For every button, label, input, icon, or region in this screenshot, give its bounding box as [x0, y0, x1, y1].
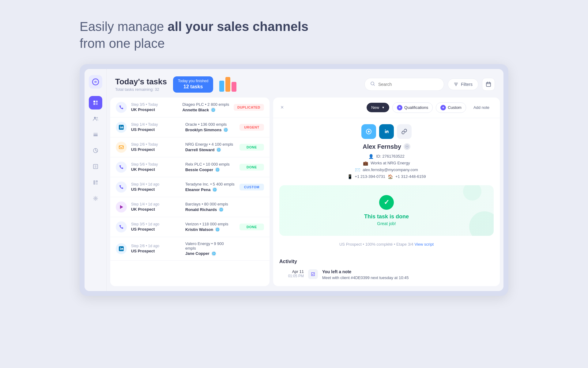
tasks-panel: Step 3/5 • Today UK Prospect Diageo PLC … [110, 98, 270, 286]
qualifications-button[interactable]: + Qualifications [392, 102, 433, 113]
app-inner: Today's tasks Total tasks remaining: 32 … [85, 69, 503, 291]
activity-date: Apr 11 01:05 PM [279, 269, 304, 278]
sidebar-item-users[interactable] [89, 112, 102, 125]
custom-button[interactable]: + Custom [436, 102, 466, 113]
color-bars [219, 77, 236, 92]
contact-name: Alex Fernsby [279, 143, 494, 150]
header-right: Filters [364, 78, 495, 91]
svg-rect-15 [96, 180, 98, 182]
task-row[interactable]: Step 1/4 • 1d ago UK Prospect Barclays •… [110, 197, 270, 217]
task-info: Step 1/4 • 1d ago UK Prospect [131, 202, 181, 212]
svg-marker-29 [120, 205, 123, 209]
sidebar-item-contacts[interactable] [89, 160, 102, 173]
done-status-row: US Prospect • 100% complété • Etape 3/4 … [279, 242, 494, 247]
detail-panel: × New ▼ + Qualifications [273, 98, 500, 286]
calendar-button[interactable] [482, 78, 495, 91]
view-script-link[interactable]: View script [414, 242, 434, 247]
task-badge: DUPLICATED [234, 104, 264, 111]
task-row[interactable]: Step 2/6 • Today US Prospect NRG Energy … [110, 137, 270, 157]
task-company: Verizon • 118 000 empls Kristin Watson 🌐 [185, 222, 235, 232]
svg-point-6 [96, 117, 98, 119]
sidebar-item-charts[interactable] [89, 144, 102, 157]
filters-button[interactable]: Filters [448, 79, 478, 90]
svg-rect-28 [119, 146, 123, 149]
svg-rect-14 [93, 180, 95, 185]
task-row[interactable]: Step 1/4 • Today US Prospect Oracle • 13… [110, 117, 270, 137]
sidebar-item-tasks[interactable] [89, 96, 102, 109]
task-info: Step 2/6 • 1d ago US Prospect [131, 244, 181, 253]
svg-rect-9 [93, 133, 98, 134]
sidebar-item-settings[interactable] [89, 192, 102, 205]
new-button[interactable]: New ▼ [367, 103, 389, 112]
phone-icon: 📱 [347, 174, 352, 179]
task-company: Oracle • 136 000 empls Brooklyn Simmons … [185, 122, 235, 132]
briefcase-icon: 💼 [363, 161, 368, 166]
task-icon-linkedin [116, 243, 127, 254]
home-icon: 🏠 [388, 174, 393, 179]
sidebar [85, 69, 107, 291]
task-icon-phone [116, 221, 127, 232]
main-area: Today's tasks Total tasks remaining: 32 … [107, 69, 503, 291]
search-box[interactable] [364, 78, 444, 91]
tasks-finished-badge: Today you finished 12 tasks [173, 76, 213, 92]
done-check-icon: ✓ [379, 195, 394, 210]
task-icon-phone [116, 102, 127, 113]
search-icon [370, 81, 375, 87]
header-left: Today's tasks Total tasks remaining: 32 … [115, 76, 236, 92]
sidebar-item-stack[interactable] [89, 128, 102, 141]
task-badge: DONE [239, 224, 264, 230]
task-icon-linkedin [116, 122, 127, 133]
color-bar-1 [219, 81, 224, 92]
contact-icon-chat[interactable] [361, 124, 376, 139]
detail-actions: New ▼ + Qualifications + Custom [367, 102, 494, 113]
task-info: Step 2/6 • Today US Prospect [131, 142, 181, 152]
task-info: Step 3/5 • 1d ago US Prospect [131, 222, 181, 232]
color-bar-3 [232, 82, 236, 92]
svg-point-5 [94, 117, 96, 119]
svg-rect-23 [486, 82, 491, 86]
sidebar-item-grid[interactable] [89, 176, 102, 189]
task-info: Step 1/4 • Today US Prospect [131, 122, 181, 132]
task-company: Diageo PLC • 2 800 empls Annette Black 🌐 [182, 102, 229, 112]
task-row[interactable]: Step 3/5 • Today UK Prospect Diageo PLC … [110, 98, 270, 117]
done-subtitle: Great job! [287, 221, 486, 226]
email-icon: ✉️ [355, 167, 360, 172]
svg-rect-3 [93, 103, 95, 105]
filters-icon [454, 82, 458, 87]
svg-rect-1 [93, 101, 95, 102]
svg-point-32 [368, 131, 370, 132]
activity-note-body: Meet with client #4DE0399 next tuesday a… [322, 275, 494, 280]
page-subtitle: Total tasks remaining: 32 [115, 87, 167, 92]
task-badge [239, 205, 264, 209]
task-row[interactable]: Step 2/6 • 1d ago US Prospect Valero Ene… [110, 237, 270, 261]
activity-note-icon [308, 269, 318, 279]
plus-circle-icon: + [397, 105, 402, 110]
done-title: This task is done [287, 213, 486, 220]
hero-heading: Easily manage all your sales channels fr… [80, 18, 508, 52]
add-note-button[interactable]: Add note [469, 103, 494, 112]
close-button[interactable]: × [279, 103, 285, 112]
task-company: Barclays • 80 000 empls Ronald Richards … [185, 202, 235, 212]
task-row[interactable]: Step 5/6 • Today UK Prospect Relx PLC • … [110, 157, 270, 177]
task-badge: CUSTOM [239, 184, 264, 190]
activity-title: Activity [279, 259, 494, 264]
contact-icon-link[interactable] [397, 124, 412, 139]
chevron-down-icon: ▼ [382, 106, 385, 109]
svg-rect-11 [93, 164, 98, 169]
user-icon: 👤 [368, 154, 374, 159]
contact-icon-linkedin[interactable] [379, 124, 394, 139]
activity-section: Activity Apr 11 01:05 PM Yo [273, 259, 500, 286]
task-row[interactable]: Step 3/4 • 1d ago US Prospect Teradyne I… [110, 177, 270, 197]
svg-rect-2 [96, 101, 98, 102]
activity-text: You left a note Meet with client #4DE039… [322, 269, 494, 280]
hero-text: Easily manage all your sales channels fr… [80, 18, 508, 52]
search-input[interactable] [378, 82, 438, 87]
activity-note-title: You left a note [322, 269, 494, 274]
page-wrapper: Easily manage all your sales channels fr… [80, 18, 508, 296]
task-row[interactable]: Step 3/5 • 1d ago US Prospect Verizon • … [110, 217, 270, 237]
task-done-box: ✓ This task is done Great job! [279, 185, 494, 236]
task-icon-phone [116, 162, 127, 173]
task-company: Teradyne Inc. • 5 400 empls Eleanor Pena… [185, 182, 235, 192]
verify-icon [404, 143, 410, 150]
page-title: Today's tasks [115, 77, 167, 86]
